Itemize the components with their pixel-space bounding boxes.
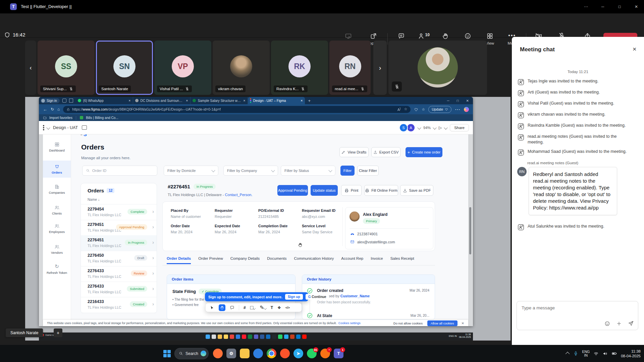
browser-essentials-icon[interactable] — [414, 107, 418, 112]
shared-taskbar-icon[interactable] — [212, 335, 216, 339]
tab-close-icon[interactable]: ✕ — [186, 99, 188, 102]
shared-taskbar-icon[interactable] — [296, 335, 301, 339]
chat-close-icon[interactable]: ✕ — [632, 46, 637, 52]
taskbar-icon-browser-orange[interactable]: • — [320, 349, 330, 358]
taskbar-icon-teams[interactable]: T1 — [334, 349, 343, 358]
shape-tool-icon[interactable]: □ — [250, 305, 256, 311]
tab-invoice[interactable]: Invoice — [371, 256, 383, 264]
tab-close-icon[interactable]: ✕ — [128, 99, 131, 102]
browser-menu-icon[interactable]: ⋯ — [455, 106, 461, 113]
print-button[interactable]: Print — [341, 185, 362, 196]
favorites-bar-icon[interactable]: ☆ — [422, 107, 425, 112]
participant-tile[interactable]: RKRavindra K... — [271, 41, 328, 95]
tiles-next-button[interactable]: › — [373, 41, 387, 95]
tab-account-rep[interactable]: Account Rep — [341, 256, 363, 264]
participant-tile[interactable]: RNread.ai mee... — [329, 41, 371, 95]
cookie-close-icon[interactable]: ✕ — [462, 321, 464, 325]
tab-company-details[interactable]: Company Details — [230, 256, 260, 264]
attach-plus-icon[interactable] — [616, 321, 622, 326]
layout-panel-icon[interactable] — [82, 125, 87, 130]
speaker-icon[interactable] — [602, 351, 608, 356]
shared-taskbar-icon[interactable] — [302, 335, 307, 339]
order-row[interactable]: 2276433TL Flex Holdings LLCReview› — [81, 266, 157, 282]
avatars-chevron-icon[interactable] — [417, 126, 421, 129]
text-tool-icon[interactable]: T — [271, 305, 273, 310]
order-id-search-input[interactable]: Order ID — [82, 166, 157, 176]
shared-taskbar-icon[interactable] — [290, 335, 294, 339]
battery-icon[interactable] — [611, 351, 617, 356]
filter-apply-button[interactable]: Filter — [340, 166, 355, 176]
tray-expand-icon[interactable] — [566, 352, 570, 356]
shared-taskbar-icon[interactable] — [272, 335, 276, 339]
taskbar-icon-brave[interactable] — [280, 349, 290, 358]
taskbar-icon-edge[interactable] — [253, 349, 263, 358]
wifi-icon[interactable] — [593, 351, 599, 356]
figma-doc-title[interactable]: Design - UAT — [53, 125, 78, 130]
customer-name-link[interactable]: Customer_Name — [340, 294, 370, 298]
taskbar-icon-chrome[interactable] — [267, 349, 276, 358]
language-indicator[interactable]: ENGIN — [582, 350, 590, 357]
tab-order-preview[interactable]: Order Preview — [198, 256, 223, 264]
shared-taskbar-icon[interactable] — [284, 335, 288, 339]
frame-tool-icon[interactable]: # — [244, 305, 246, 310]
start-button[interactable] — [163, 350, 171, 357]
read-aloud-icon[interactable]: A) — [397, 107, 400, 112]
shared-taskbar-icon[interactable] — [254, 335, 258, 339]
tab-actions-icon[interactable] — [62, 99, 66, 103]
allow-cookies-button[interactable]: Allow all cookies — [427, 320, 458, 326]
tab-order-details[interactable]: Order Details — [167, 256, 191, 264]
taskbar-icon-tools[interactable]: ⚙ — [226, 349, 236, 358]
titlebar-more-button[interactable]: ⋯ — [578, 0, 594, 13]
canvas-scrollbar[interactable] — [469, 207, 471, 254]
shared-taskbar-icon[interactable] — [248, 335, 252, 339]
hand-tool-icon[interactable] — [219, 304, 225, 311]
fill-online-form-button[interactable]: Fill Online Form — [364, 185, 398, 196]
export-csv-button[interactable]: Export CSV — [371, 147, 400, 157]
figma-share-button[interactable]: Share — [450, 124, 469, 131]
deny-cookies-button[interactable]: Do not allow cookies — [393, 321, 423, 325]
shared-taskbar-icon[interactable] — [266, 335, 270, 339]
taskbar-icon-firefox[interactable] — [213, 349, 223, 358]
tray-mic-icon[interactable] — [573, 351, 578, 356]
filter-company-select[interactable]: Filter by Company — [223, 166, 278, 176]
send-icon[interactable] — [628, 320, 634, 326]
google-continue-button[interactable]: G Continue — [306, 294, 329, 300]
tab-communication-history[interactable]: Communication History — [294, 256, 334, 264]
taskbar-clock[interactable]: 11:3808-04-2025 — [621, 349, 641, 358]
taskbar-icon-file-explorer[interactable] — [240, 349, 250, 358]
tab-documents[interactable]: Documents — [267, 256, 286, 264]
sidebar-item-clients[interactable]: Clients — [43, 205, 71, 215]
vertical-tabs-icon[interactable] — [69, 99, 73, 103]
home-icon[interactable]: ⌂ — [57, 107, 60, 112]
sidebar-item-vendors[interactable]: Vendors — [43, 244, 71, 254]
url-field[interactable]: https://www.figma.com/design/9BKQ0FOHRWa… — [63, 106, 411, 113]
contact-person-link[interactable]: Contact_Person. — [225, 193, 253, 197]
contact-email[interactable]: alex@vstatefilings.com — [357, 240, 395, 244]
pen-tool-icon[interactable]: ✎ — [260, 304, 266, 311]
shared-taskbar-icon[interactable] — [278, 335, 282, 339]
tab-sales-receipt[interactable]: Sales Receipt — [390, 256, 414, 264]
tab-close-icon[interactable]: ✕ — [243, 99, 246, 102]
approval-pending-button[interactable]: Approval Pending — [277, 185, 308, 196]
browser-minimize-button[interactable]: ─ — [447, 99, 449, 103]
browser-tab[interactable]: Sample Salary Structure with calc✕ — [191, 97, 248, 104]
sidebar-item-dashboard[interactable]: Dashboard — [43, 142, 71, 152]
minimize-button[interactable]: ─ — [595, 0, 610, 13]
taskbar-icon-whatsapp[interactable]: 81 — [307, 349, 317, 358]
zoom-chevron-icon[interactable] — [433, 126, 436, 129]
present-chevron-icon[interactable] — [444, 126, 448, 129]
sidebar-item-companies[interactable]: Companies — [43, 184, 71, 194]
chat-bubble-text[interactable]: Redberyl and Santosh added read.ai meeti… — [529, 167, 617, 215]
shared-taskbar-icon[interactable] — [218, 335, 222, 339]
refresh-icon[interactable]: ↻ — [51, 107, 54, 112]
participant-tile[interactable]: SNSantosh Narate — [96, 41, 153, 95]
order-row[interactable]: 2276450TL Flex Holdings LLCDraft› — [81, 251, 157, 266]
taskbar-icon-telegram[interactable]: ➤ — [293, 349, 303, 358]
figma-menu-chevron-icon[interactable] — [46, 126, 50, 129]
sidebar-item-refresh-token[interactable]: ↻Refresh Token — [43, 263, 71, 275]
component-tool-icon[interactable]: ❖ — [277, 305, 281, 310]
list-column-header[interactable]: Name ↓ — [81, 193, 157, 204]
browser-close-button[interactable]: ✕ — [466, 99, 469, 103]
comment-tool-icon[interactable] — [230, 305, 234, 310]
browser-signin-button[interactable]: Sign in — [40, 98, 60, 103]
